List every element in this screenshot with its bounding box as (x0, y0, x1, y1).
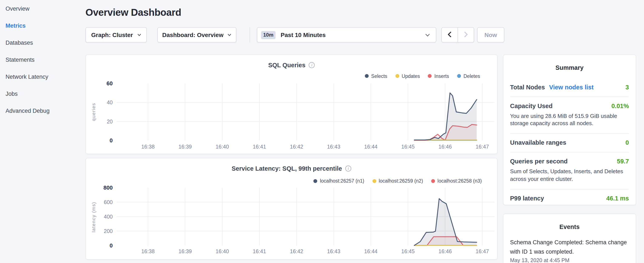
service-latency-chart-card: Service Latency: SQL, 99th percentile i … (86, 158, 498, 259)
event-item: Schema Change Completed: Schema change w… (510, 238, 629, 263)
summary-row-label: Unavailable ranges (510, 139, 566, 146)
svg-text:16:41: 16:41 (253, 143, 266, 149)
event-timestamp: May 13, 2020 at 4:45 PM (510, 257, 629, 263)
controls-divider (250, 27, 250, 43)
graph-scope-dropdown-label: Graph: Cluster (91, 32, 133, 38)
svg-text:16:45: 16:45 (402, 143, 415, 149)
svg-text:40: 40 (107, 99, 113, 105)
summary-row-value: 3 (626, 84, 629, 90)
svg-text:16:42: 16:42 (290, 248, 304, 254)
chevron-left-icon (448, 31, 452, 39)
summary-row-value: 0 (626, 139, 629, 146)
summary-row-label: P99 latency (510, 195, 544, 202)
svg-text:queries: queries (91, 103, 96, 121)
summary-panel: Summary Total NodesView nodes list3Capac… (503, 54, 636, 205)
sidebar-item-statements[interactable]: Statements (6, 51, 80, 68)
svg-text:16:41: 16:41 (253, 248, 266, 254)
svg-text:16:39: 16:39 (178, 143, 192, 149)
admin-ui-root: OverviewMetricsDatabasesStatementsNetwor… (0, 0, 644, 263)
summary-row: P99 latency46.1 ms (510, 190, 629, 208)
svg-text:800: 800 (104, 184, 113, 191)
sql-queries-plot: 16:3816:3916:4016:4116:4216:4316:4416:45… (86, 55, 498, 154)
svg-text:16:43: 16:43 (327, 248, 340, 254)
summary-row-value: 0.01% (612, 102, 629, 109)
events-panel: Events Schema Change Completed: Schema c… (503, 214, 636, 263)
summary-row: Capacity Used0.01%You are using 28.6 MiB… (510, 97, 629, 134)
dashboard-dropdown-label: Dashboard: Overview (162, 32, 224, 38)
svg-text:400: 400 (104, 214, 113, 220)
svg-text:16:40: 16:40 (216, 143, 229, 149)
time-step-back-button[interactable] (442, 27, 458, 43)
time-range-dropdown[interactable]: 10m Past 10 Minutes (257, 27, 436, 43)
sidebar-item-databases[interactable]: Databases (6, 34, 80, 51)
summary-row: Total NodesView nodes list3 (510, 78, 629, 97)
svg-text:16:39: 16:39 (178, 248, 192, 254)
svg-text:200: 200 (104, 228, 113, 234)
summary-row: Queries per second59.7Sum of Selects, Up… (510, 153, 629, 190)
svg-text:16:42: 16:42 (290, 143, 304, 149)
summary-row-subtext: You are using 28.6 MiB of 515.9 GiB usab… (510, 112, 629, 127)
events-title: Events (510, 223, 629, 230)
time-step-forward-button[interactable] (458, 27, 474, 43)
svg-text:0: 0 (110, 242, 113, 249)
summary-row-subtext: Sum of Selects, Updates, Inserts, and De… (510, 168, 629, 183)
svg-text:16:38: 16:38 (142, 143, 155, 149)
svg-text:16:40: 16:40 (216, 248, 229, 254)
now-button-label: Now (484, 32, 497, 38)
sidebar-item-overview[interactable]: Overview (6, 0, 80, 17)
svg-text:600: 600 (104, 199, 113, 205)
time-step-buttons (442, 27, 474, 43)
summary-row-value: 46.1 ms (606, 195, 629, 202)
time-range-badge: 10m (261, 31, 276, 39)
view-nodes-list-link[interactable]: View nodes list (549, 84, 594, 90)
svg-text:0: 0 (110, 137, 113, 143)
svg-text:16:47: 16:47 (476, 143, 489, 149)
sidebar-item-metrics[interactable]: Metrics (6, 17, 80, 34)
summary-row-label: Capacity Used (510, 102, 552, 109)
summary-title: Summary (510, 64, 629, 71)
sql-queries-chart-card: SQL Queries i SelectsUpdatesInsertsDelet… (86, 54, 498, 154)
chevron-right-icon (464, 31, 468, 39)
svg-text:16:43: 16:43 (327, 143, 340, 149)
page-title: Overview Dashboard (86, 7, 181, 18)
dashboard-controls: Graph: Cluster Dashboard: Overview 10m P… (86, 27, 504, 43)
svg-text:16:45: 16:45 (402, 248, 415, 254)
summary-row: Unavailable ranges0 (510, 134, 629, 153)
chevron-down-icon (228, 34, 232, 36)
sidebar-item-network-latency[interactable]: Network Latency (6, 68, 80, 85)
svg-text:16:46: 16:46 (438, 143, 452, 149)
svg-text:60: 60 (106, 80, 113, 86)
chevron-down-icon (137, 34, 141, 36)
sidebar-item-jobs[interactable]: Jobs (6, 85, 80, 102)
summary-row-label: Queries per second (510, 158, 568, 165)
graph-scope-dropdown[interactable]: Graph: Cluster (86, 27, 147, 43)
dashboard-dropdown[interactable]: Dashboard: Overview (157, 27, 236, 43)
sidebar-item-advanced-debug[interactable]: Advanced Debug (6, 102, 80, 119)
event-message: Schema Change Completed: Schema change w… (510, 238, 629, 256)
service-latency-plot: 16:3816:3916:4016:4116:4216:4316:4416:45… (86, 158, 498, 260)
summary-row-value: 59.7 (617, 158, 629, 165)
svg-text:16:47: 16:47 (476, 248, 489, 254)
chevron-down-icon (425, 34, 430, 36)
svg-text:16:44: 16:44 (364, 248, 378, 254)
svg-text:16:44: 16:44 (364, 143, 378, 149)
svg-text:latency (ms): latency (ms) (91, 202, 96, 232)
svg-text:20: 20 (107, 118, 113, 124)
sidebar-nav: OverviewMetricsDatabasesStatementsNetwor… (0, 0, 80, 263)
summary-row-label: Total Nodes (510, 84, 545, 90)
svg-text:16:38: 16:38 (142, 248, 155, 254)
now-button[interactable]: Now (477, 27, 504, 43)
svg-text:16:46: 16:46 (438, 248, 452, 254)
time-range-label: Past 10 Minutes (281, 32, 326, 38)
